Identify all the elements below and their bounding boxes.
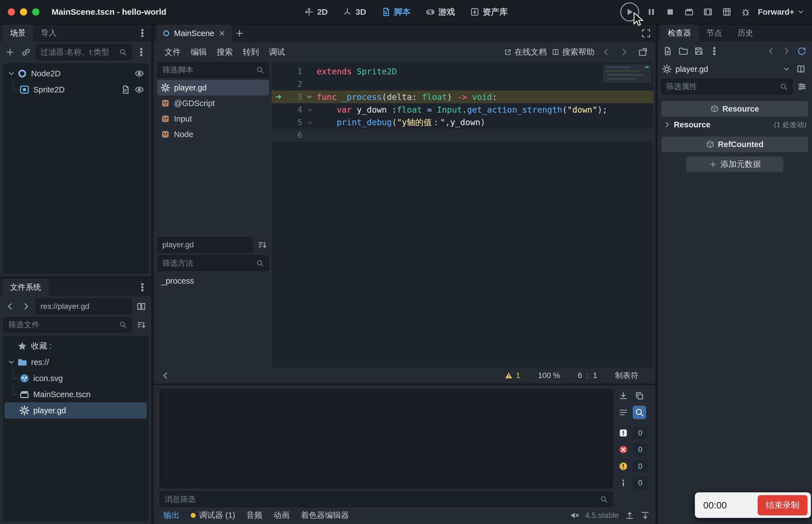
collapse-scripts-panel-button[interactable] — [161, 371, 170, 380]
profiler-button[interactable] — [739, 5, 752, 19]
fs-back-button[interactable] — [3, 300, 17, 313]
minimize-window-button[interactable] — [20, 8, 27, 16]
fs-split-view-button[interactable] — [135, 300, 148, 313]
visibility-eye-icon[interactable] — [135, 69, 144, 78]
gutter-fold[interactable]: » — [302, 118, 317, 127]
scene-menu-button[interactable] — [135, 46, 148, 59]
menu-4[interactable]: 调试 — [264, 44, 290, 61]
bottom-tab-4[interactable]: 着色器编辑器 — [296, 508, 353, 523]
fs-item-mainscene.tscn[interactable]: MainScene.tscn — [4, 386, 147, 403]
indent-type[interactable]: 制表符 — [615, 370, 638, 381]
menu-1[interactable]: 编辑 — [186, 44, 212, 61]
filter-properties-input[interactable]: 筛选属性 — [661, 79, 793, 94]
resource-section-header[interactable]: Resource — [662, 101, 808, 117]
bottom-tab-3[interactable]: 动画 — [269, 508, 294, 523]
minimap[interactable] — [603, 64, 651, 131]
workspace-tab-3d[interactable]: 3D — [337, 5, 371, 19]
code-line-2[interactable]: 2 — [272, 78, 653, 91]
add-node-button[interactable] — [3, 46, 17, 59]
bottom-tab-0[interactable]: 输出 — [159, 508, 184, 523]
save-resource-button[interactable] — [692, 45, 706, 58]
copy-output-button[interactable] — [633, 389, 646, 403]
collapse-duplicates-button[interactable] — [617, 406, 630, 419]
stop-recording-button[interactable]: 结束录制 — [758, 495, 808, 515]
gutter-breakpoint[interactable] — [272, 93, 286, 101]
code-editor[interactable]: 1extends Sprite2D23func _process(delta: … — [272, 62, 653, 367]
filter-scripts-input[interactable]: 筛选脚本 — [158, 62, 269, 78]
bottom-tab-1[interactable]: 调试器 (1) — [186, 508, 240, 523]
show-search-button[interactable] — [633, 406, 646, 419]
inspector-forward-button[interactable] — [780, 45, 793, 58]
script-item-node[interactable]: Node — [158, 127, 269, 142]
chevron-down-icon[interactable] — [783, 65, 790, 73]
history-forward-button[interactable] — [618, 46, 631, 59]
load-resource-button[interactable] — [677, 45, 690, 58]
scene-tab-mainscene[interactable]: MainScene — [156, 24, 232, 42]
object-history-button[interactable] — [795, 45, 809, 58]
film-button[interactable] — [701, 5, 715, 19]
scene-filter-input[interactable]: 过滤器:名称、t:类型 — [35, 45, 132, 60]
inspector-back-button[interactable] — [764, 45, 778, 58]
pause-button[interactable] — [645, 5, 658, 19]
warnings-indicator[interactable]: 1 — [505, 371, 520, 380]
method-sort-button[interactable] — [255, 238, 269, 251]
fs-filter-input[interactable]: 筛选文件 — [3, 317, 132, 332]
code-line-1[interactable]: 1extends Sprite2D — [272, 65, 653, 78]
zoom-window-button[interactable] — [32, 8, 39, 16]
new-scene-tab-button[interactable] — [232, 26, 247, 41]
inspector-tab-1[interactable]: 节点 — [699, 24, 730, 42]
scene-tree-node-node2d[interactable]: Node2D — [4, 65, 147, 82]
resource-menu-button[interactable] — [708, 45, 721, 58]
fs-item-res-[interactable]: res:// — [4, 354, 147, 370]
close-window-button[interactable] — [8, 8, 15, 16]
resource-category-row[interactable]: Resource (1 处改动) — [658, 117, 812, 133]
renderer-dropdown[interactable]: Forward+ — [758, 7, 805, 17]
script-item-player.gd[interactable]: player.gd — [158, 80, 269, 96]
workspace-tab-2d[interactable]: 2D — [299, 5, 333, 19]
filesystem-menu-button[interactable] — [136, 281, 149, 294]
code-line-3[interactable]: 3func _process(delta: float) -> void: — [272, 91, 653, 103]
code-line-4[interactable]: 4» var y_down :float = Input.get_action_… — [272, 103, 653, 116]
filter-methods-input[interactable]: 筛选方法 — [158, 255, 269, 271]
workspace-tab-game[interactable]: 游戏 — [420, 4, 460, 20]
pin-panel-button[interactable] — [641, 511, 650, 520]
fs-path-input[interactable]: res://player.gd — [35, 299, 132, 314]
workspace-tab-script[interactable]: 脚本 — [376, 4, 416, 20]
tab-scene-dock-0[interactable]: 场景 — [2, 24, 33, 42]
script-item-input[interactable]: Input — [158, 111, 269, 127]
zoom-level[interactable]: 100 % — [538, 371, 560, 380]
stop-button[interactable] — [664, 5, 677, 19]
fs-item-icon.svg[interactable]: icon.svg — [4, 370, 147, 386]
script-item--gdscript[interactable]: @GDScript — [158, 96, 269, 111]
new-resource-button[interactable] — [661, 45, 674, 58]
menu-3[interactable]: 转到 — [238, 44, 264, 61]
inspector-tab-0[interactable]: 检查器 — [660, 24, 699, 42]
output-log[interactable] — [160, 389, 613, 489]
open-docs-button[interactable] — [794, 63, 808, 76]
toggle-alert-button[interactable] — [617, 426, 630, 440]
grid-button[interactable] — [720, 5, 733, 19]
scene-tree-node-sprite2d[interactable]: Sprite2D — [4, 82, 147, 98]
visibility-eye-icon[interactable] — [135, 85, 144, 94]
fs-item-player.gd[interactable]: player.gd — [4, 403, 147, 419]
method-item-_process[interactable]: _process — [158, 274, 269, 288]
bottom-tab-2[interactable]: 音频 — [242, 508, 267, 523]
scene-dock-menu-button[interactable] — [136, 26, 149, 40]
expand-panel-button[interactable] — [625, 511, 634, 520]
movie-maker-button[interactable] — [682, 5, 696, 19]
tab-scene-dock-1[interactable]: 导入 — [33, 24, 64, 42]
tab-filesystem[interactable]: 文件系统 — [2, 279, 49, 296]
code-line-6[interactable]: 6 — [272, 129, 653, 142]
menu-2[interactable]: 搜索 — [212, 44, 238, 61]
toggle-error-button[interactable] — [617, 443, 630, 456]
mute-speaker-icon[interactable] — [570, 511, 579, 520]
distraction-free-button[interactable] — [640, 27, 653, 40]
gutter-fold[interactable] — [302, 93, 317, 101]
workspace-tab-assetlib[interactable]: 资产库 — [464, 4, 513, 20]
message-filter-input[interactable]: 消息筛选 — [160, 492, 613, 507]
menu-0[interactable]: 文件 — [160, 44, 186, 61]
history-back-button[interactable] — [599, 46, 613, 59]
refcounted-section-header[interactable]: RefCounted — [662, 136, 808, 152]
code-line-5[interactable]: 5» print_debug("y轴的值：",y_down) — [272, 116, 653, 129]
toggle-warning-button[interactable] — [617, 460, 630, 473]
